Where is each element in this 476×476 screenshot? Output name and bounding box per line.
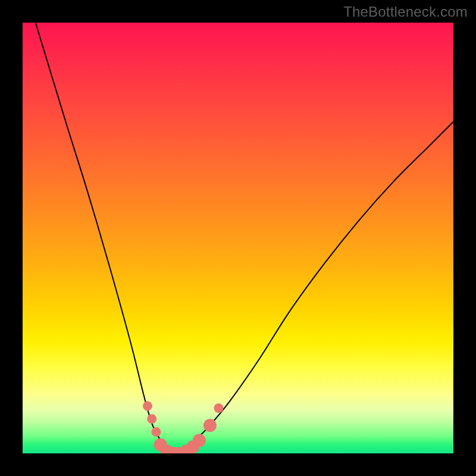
- curve-layer: [36, 23, 453, 453]
- highlight-dot: [193, 434, 206, 447]
- highlight-dot: [143, 401, 152, 411]
- chart-svg: [23, 23, 453, 453]
- chart-frame: TheBottleneck.com: [0, 0, 476, 476]
- watermark-text: TheBottleneck.com: [343, 4, 468, 20]
- highlight-dot: [214, 403, 223, 413]
- highlight-dot: [147, 414, 156, 424]
- marker-layer: [143, 401, 223, 453]
- highlight-dot: [151, 427, 161, 437]
- highlight-dot: [203, 419, 217, 432]
- plot-area: [23, 23, 453, 453]
- bottleneck-curve: [36, 23, 453, 453]
